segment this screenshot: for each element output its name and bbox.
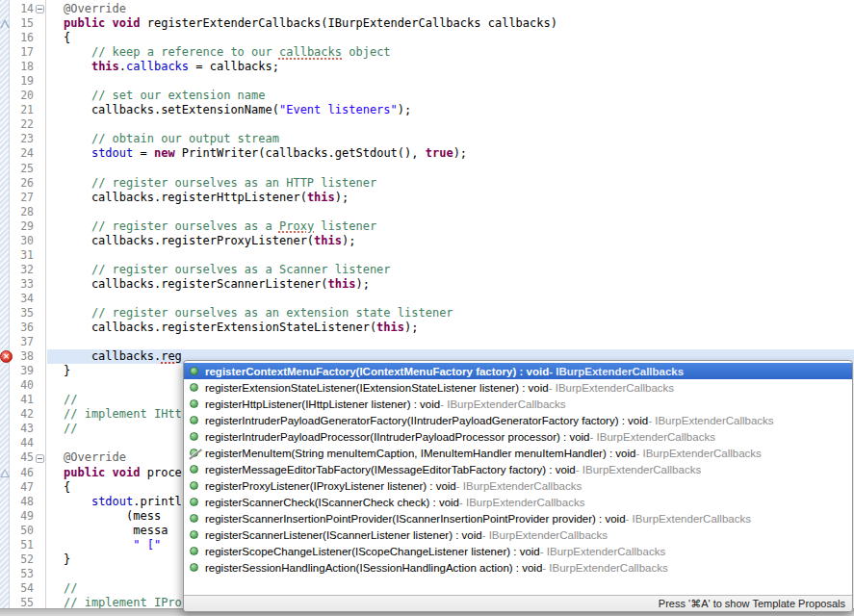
public-method-icon: [190, 530, 198, 539]
line-number: 29: [10, 219, 34, 234]
code-token: }: [64, 364, 70, 377]
code-token: }: [64, 552, 70, 566]
code-token: (mess: [64, 509, 161, 523]
public-method-icon: [190, 563, 198, 572]
line-number: 34: [10, 292, 34, 306]
code-line[interactable]: [47, 117, 854, 132]
proposal-declaring-type: - IBurpExtenderCallbacks: [626, 513, 751, 525]
proposal-declaring-type: - IBurpExtenderCallbacks: [576, 464, 701, 475]
code-token: callbacks.registerExtensionStateListener…: [64, 321, 376, 334]
code-line[interactable]: [47, 335, 854, 349]
code-token: new: [154, 146, 175, 160]
code-line[interactable]: [47, 292, 854, 306]
code-line[interactable]: // obtain our output stream: [47, 132, 854, 146]
line-number: 39: [10, 364, 34, 378]
proposal-signature: registerScannerInsertionPointProvider(IS…: [205, 513, 626, 525]
completion-proposal[interactable]: registerScannerInsertionPointProvider(IS…: [184, 510, 852, 526]
line-number: 30: [10, 234, 34, 248]
proposal-declaring-type: - IBurpExtenderCallbacks: [459, 497, 584, 508]
line-number-gutter: 1415161718192021222324252627282930313233…: [10, 0, 46, 608]
code-line[interactable]: [47, 205, 854, 219]
code-token: {: [64, 480, 70, 494]
code-line[interactable]: @Override: [47, 2, 854, 16]
line-number: 54: [10, 581, 34, 596]
code-line[interactable]: // register ourselves as an HTTP listene…: [47, 176, 854, 191]
line-number: 24: [10, 146, 34, 161]
public-method-icon: [190, 498, 198, 506]
code-token: [64, 263, 91, 276]
code-line[interactable]: stdout = new PrintWriter(callbacks.getSt…: [47, 146, 854, 161]
line-number: 47: [10, 480, 34, 495]
completion-proposal[interactable]: registerScannerListener(IScannerListener…: [184, 526, 852, 543]
code-token: callbacks.registerScannerListener(: [64, 277, 328, 291]
code-line[interactable]: this.callbacks = callbacks;: [47, 60, 854, 74]
proposal-declaring-type: - IBurpExtenderCallbacks: [456, 480, 582, 492]
deprecated-method-icon: [190, 449, 198, 457]
proposal-signature: registerScopeChangeListener(IScopeChange…: [205, 546, 540, 557]
code-line[interactable]: // register ourselves as a Scanner liste…: [47, 263, 854, 277]
code-token: this: [307, 191, 335, 204]
code-line[interactable]: [47, 162, 854, 176]
code-line[interactable]: [47, 248, 854, 263]
completion-proposal[interactable]: registerContextMenuFactory(IContextMenuF…: [184, 363, 852, 379]
override-indicator-icon[interactable]: [0, 19, 10, 28]
code-line[interactable]: // set our extension name: [47, 89, 854, 103]
code-line[interactable]: // register ourselves as a Proxy listene…: [47, 219, 854, 234]
completion-proposal[interactable]: registerMessageEditorTabFactory(IMessage…: [184, 461, 852, 477]
code-token: " [": [133, 538, 161, 552]
line-number: 51: [10, 538, 34, 552]
override-indicator-icon[interactable]: [0, 469, 10, 477]
proposal-declaring-type: - IBurpExtenderCallbacks: [440, 398, 565, 410]
line-number: 36: [10, 321, 34, 335]
code-line[interactable]: [47, 74, 854, 89]
completion-proposal[interactable]: registerHttpListener(IHttpListener liste…: [184, 396, 852, 412]
code-line[interactable]: {: [47, 31, 854, 45]
line-number: 53: [10, 567, 34, 581]
code-token: // register ourselves as an HTTP listene…: [91, 176, 376, 190]
line-number: 32: [10, 263, 34, 277]
code-token: // register ourselves as an extension st…: [91, 306, 453, 320]
line-number: 14: [10, 2, 34, 16]
code-line[interactable]: callbacks.registerExtensionStateListener…: [47, 321, 854, 335]
completion-proposal[interactable]: registerProxyListener(IProxyListener lis…: [184, 477, 852, 494]
code-token: callbacks: [126, 60, 189, 73]
code-token: // keep a reference to our: [91, 45, 279, 59]
line-number: 31: [10, 248, 34, 263]
line-number: 26: [10, 176, 34, 191]
code-token: //: [64, 581, 77, 595]
code-token: // obtain our output stream: [91, 132, 279, 145]
line-number: 40: [10, 378, 34, 393]
code-token: );: [342, 234, 355, 247]
completion-proposal[interactable]: registerIntruderPayloadProcessor(IIntrud…: [184, 428, 852, 445]
proposal-signature: registerMessageEditorTabFactory(IMessage…: [205, 464, 576, 475]
code-token: true: [426, 146, 453, 160]
code-line[interactable]: callbacks.setExtensionName("Event listen…: [47, 103, 854, 117]
completion-proposal[interactable]: registerSessionHandlingAction(ISessionHa…: [184, 559, 852, 576]
code-token: //: [64, 393, 77, 406]
code-editor[interactable]: 1415161718192021222324252627282930313233…: [0, 0, 854, 616]
completion-proposal[interactable]: registerIntruderPayloadGeneratorFactory(…: [184, 412, 852, 428]
code-line[interactable]: callbacks.registerHttpListener(this);: [47, 191, 854, 205]
line-number: 44: [10, 436, 34, 450]
code-line[interactable]: // register ourselves as an extension st…: [47, 306, 854, 321]
line-number: 23: [10, 132, 34, 146]
code-token: callbacks.: [64, 349, 161, 363]
completion-proposal[interactable]: registerScopeChangeListener(IScopeChange…: [184, 543, 852, 559]
code-token: // register ourselves as a: [91, 219, 279, 233]
code-token: public void: [64, 16, 140, 30]
code-line[interactable]: callbacks.registerProxyListener(this);: [47, 234, 854, 248]
code-line[interactable]: public void registerExtenderCallbacks(IB…: [47, 16, 854, 31]
code-token: // set our extension name: [91, 89, 266, 102]
code-token: object: [342, 45, 391, 59]
completion-proposal[interactable]: registerMenuItem(String menuItemCaption,…: [184, 445, 852, 461]
fold-collapse-icon[interactable]: [36, 454, 44, 463]
completion-proposal[interactable]: registerExtensionStateListener(IExtensio…: [184, 379, 852, 396]
code-line[interactable]: // keep a reference to our callbacks obj…: [47, 45, 854, 60]
fold-collapse-icon[interactable]: [36, 5, 44, 13]
code-token: this: [91, 60, 119, 73]
code-token: );: [355, 277, 369, 291]
code-line[interactable]: callbacks.registerScannerListener(this);: [47, 277, 854, 292]
completion-proposal[interactable]: registerScannerCheck(IScannerCheck check…: [184, 494, 852, 510]
content-assist-popup[interactable]: registerContextMenuFactory(IContextMenuF…: [183, 360, 853, 612]
proposal-declaring-type: - IBurpExtenderCallbacks: [590, 431, 715, 443]
